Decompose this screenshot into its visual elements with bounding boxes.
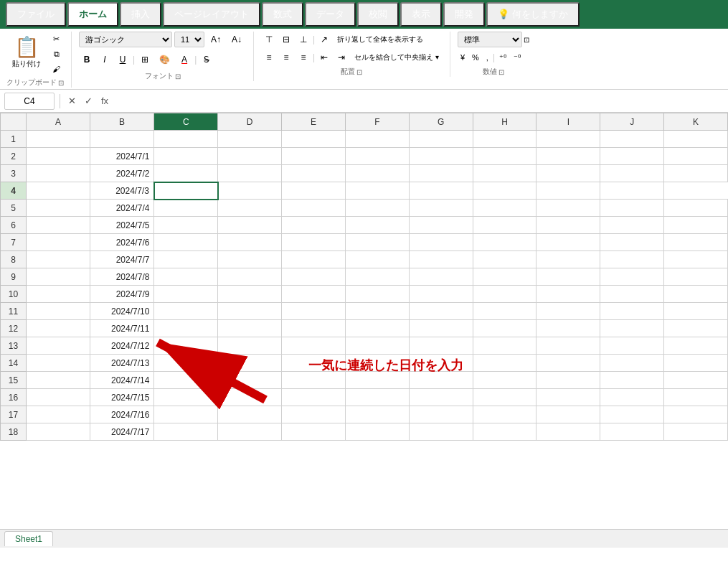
cell-D10[interactable]: [218, 286, 282, 303]
cell-B15[interactable]: 2024/7/14: [90, 372, 154, 389]
cell-C3[interactable]: [154, 165, 218, 182]
cell-G3[interactable]: [409, 165, 473, 182]
cell-K18[interactable]: [664, 423, 728, 441]
cell-I12[interactable]: [536, 320, 600, 337]
cell-D13[interactable]: [218, 337, 282, 355]
cell-J2[interactable]: [600, 148, 664, 165]
cell-E2[interactable]: [282, 148, 346, 165]
cell-D12[interactable]: [218, 320, 282, 337]
currency-button[interactable]: ¥: [458, 50, 468, 65]
cell-H3[interactable]: [473, 165, 536, 182]
cell-I15[interactable]: [536, 372, 600, 389]
cell-E3[interactable]: [282, 165, 346, 182]
cell-B1[interactable]: [90, 131, 154, 148]
row-header-10[interactable]: 10: [1, 286, 27, 303]
row-header-12[interactable]: 12: [1, 320, 27, 337]
row-header-7[interactable]: 7: [1, 234, 27, 251]
cell-H11[interactable]: [473, 303, 536, 320]
cell-F13[interactable]: [345, 337, 409, 355]
cell-G1[interactable]: [409, 131, 473, 148]
row-header-9[interactable]: 9: [1, 268, 27, 286]
tab-dev[interactable]: 開発: [443, 2, 485, 27]
cell-A7[interactable]: [27, 234, 90, 251]
cell-J7[interactable]: [600, 234, 664, 251]
cell-B17[interactable]: 2024/7/16: [90, 406, 154, 423]
cell-B5[interactable]: 2024/7/4: [90, 200, 154, 217]
cell-H13[interactable]: [473, 337, 536, 355]
align-middle-button[interactable]: ⊟: [278, 32, 294, 47]
indent-increase-button[interactable]: ⇥: [334, 50, 349, 65]
cell-B12[interactable]: 2024/7/11: [90, 320, 154, 337]
grid-wrapper[interactable]: ABCDEFGHIJK 122024/7/132024/7/242024/7/3…: [0, 113, 728, 529]
cell-C17[interactable]: [154, 406, 218, 423]
cell-K15[interactable]: [664, 372, 728, 389]
cell-K17[interactable]: [664, 406, 728, 423]
cell-J1[interactable]: [600, 131, 664, 148]
cell-I10[interactable]: [536, 286, 600, 303]
cell-E14[interactable]: [282, 355, 346, 372]
cell-D2[interactable]: [218, 148, 282, 165]
cell-E16[interactable]: [282, 389, 346, 406]
number-format-select[interactable]: 標準: [458, 32, 522, 47]
cell-A15[interactable]: [27, 372, 90, 389]
cell-E8[interactable]: [282, 251, 346, 268]
row-header-3[interactable]: 3: [1, 165, 27, 182]
italic-button[interactable]: I: [97, 52, 113, 67]
cell-J5[interactable]: [600, 200, 664, 217]
font-family-select[interactable]: 游ゴシック: [79, 32, 172, 47]
col-header-D[interactable]: D: [218, 113, 282, 131]
cell-A9[interactable]: [27, 268, 90, 286]
cell-E6[interactable]: [282, 217, 346, 234]
cell-A8[interactable]: [27, 251, 90, 268]
cell-I14[interactable]: [536, 355, 600, 372]
cell-A18[interactable]: [27, 423, 90, 441]
cell-C18[interactable]: [154, 423, 218, 441]
cell-G8[interactable]: [409, 251, 473, 268]
font-size-select[interactable]: 11: [174, 32, 204, 47]
cell-B4[interactable]: 2024/7/3: [90, 182, 154, 200]
cell-B10[interactable]: 2024/7/9: [90, 286, 154, 303]
row-header-11[interactable]: 11: [1, 303, 27, 320]
cell-F12[interactable]: [345, 320, 409, 337]
cell-E9[interactable]: [282, 268, 346, 286]
cell-F16[interactable]: [345, 389, 409, 406]
row-header-5[interactable]: 5: [1, 200, 27, 217]
cell-E11[interactable]: [282, 303, 346, 320]
cell-H4[interactable]: [473, 182, 536, 200]
cell-J8[interactable]: [600, 251, 664, 268]
cell-G18[interactable]: [409, 423, 473, 441]
col-header-J[interactable]: J: [600, 113, 664, 131]
cell-C2[interactable]: [154, 148, 218, 165]
cell-K6[interactable]: [664, 217, 728, 234]
row-header-13[interactable]: 13: [1, 337, 27, 355]
cell-E7[interactable]: [282, 234, 346, 251]
cell-G9[interactable]: [409, 268, 473, 286]
tab-file[interactable]: ファイル: [6, 2, 66, 27]
cell-D16[interactable]: [218, 389, 282, 406]
cell-F5[interactable]: [345, 200, 409, 217]
strikethrough-button[interactable]: S̶: [199, 52, 214, 67]
formula-cancel-button[interactable]: ✕: [65, 94, 79, 108]
cell-C1[interactable]: [154, 131, 218, 148]
cell-C4[interactable]: [154, 182, 218, 200]
orient-button[interactable]: ↗: [316, 32, 332, 47]
cell-C9[interactable]: [154, 268, 218, 286]
cell-A14[interactable]: [27, 355, 90, 372]
cell-J18[interactable]: [600, 423, 664, 441]
cell-E18[interactable]: [282, 423, 346, 441]
cell-E4[interactable]: [282, 182, 346, 200]
cell-I4[interactable]: [536, 182, 600, 200]
cell-H8[interactable]: [473, 251, 536, 268]
cell-H17[interactable]: [473, 406, 536, 423]
wrap-text-button[interactable]: 折り返して全体を表示する: [334, 32, 427, 47]
col-header-A[interactable]: A: [27, 113, 90, 131]
cell-K1[interactable]: [664, 131, 728, 148]
cell-B6[interactable]: 2024/7/5: [90, 217, 154, 234]
sheet-tab-sheet1[interactable]: Sheet1: [4, 531, 53, 546]
cell-I17[interactable]: [536, 406, 600, 423]
cell-F6[interactable]: [345, 217, 409, 234]
cell-H12[interactable]: [473, 320, 536, 337]
cell-I6[interactable]: [536, 217, 600, 234]
formula-confirm-button[interactable]: ✓: [82, 94, 95, 108]
cell-J11[interactable]: [600, 303, 664, 320]
